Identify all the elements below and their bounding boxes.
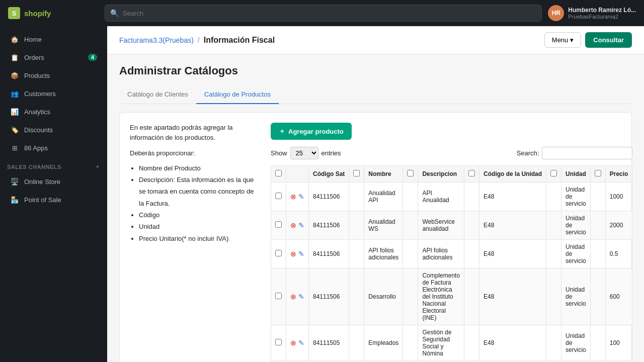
breadcrumb-current: Información Fiscal: [204, 36, 275, 45]
search-bar[interactable]: 🔍: [105, 5, 542, 22]
sidebar-item-customers[interactable]: 👥 Customers: [3, 85, 104, 102]
add-channel-icon[interactable]: ＋: [95, 163, 101, 170]
edit-icon[interactable]: ✎: [298, 339, 304, 347]
row-check6: [590, 183, 605, 211]
sidebar-item-home[interactable]: 🏠 Home: [3, 31, 104, 48]
menu-button[interactable]: Menu ▾: [544, 32, 582, 48]
user-subtitle: PruebasFacturama2: [568, 14, 636, 20]
row-codigo-unidad: E48: [479, 183, 546, 211]
table-row: ⊗ ✎ 84111506 Desarrollo Complemento de F…: [271, 268, 632, 325]
row-codigo-unidad: E48: [479, 240, 546, 268]
row-checkbox-0[interactable]: [275, 193, 282, 199]
delete-icon[interactable]: ⊗: [290, 293, 296, 301]
row-checkbox-4[interactable]: [275, 339, 282, 345]
table-row: ⊗ ✎ 84111506 API folios adicionales API …: [271, 240, 632, 268]
row-actions-cell: ⊗ ✎: [286, 240, 309, 268]
top-navigation: S shopify 🔍 HR Humberto Ramírez Ló... Pr…: [0, 0, 644, 26]
row-unidad: Unidad de servicio: [561, 183, 591, 211]
th-check-codigo: [464, 166, 479, 183]
check-codigo-checkbox[interactable]: [468, 170, 475, 176]
th-nombre: Nombre: [364, 166, 403, 183]
check-unidad-checkbox[interactable]: [550, 170, 557, 176]
row-descripcion: API Anualidad: [418, 183, 464, 211]
row-check4: [464, 325, 479, 361]
user-info: Humberto Ramírez Ló... PruebasFacturama2: [568, 7, 636, 20]
check-nombre-checkbox[interactable]: [353, 170, 360, 176]
row-check6: [590, 240, 605, 268]
row-check-cell: [271, 325, 286, 361]
menu-button-label: Menu: [552, 36, 569, 44]
row-descripcion: WebService anualidad: [418, 211, 464, 240]
row-precio: 100: [605, 325, 632, 361]
row-check2: [349, 268, 364, 325]
info-list: Nombre del Producto Descripción: Esta in…: [130, 162, 261, 245]
row-precio: 1000: [605, 183, 632, 211]
entries-select[interactable]: 25 50 100: [290, 147, 318, 159]
sidebar-item-orders[interactable]: 📋 Orders 4: [3, 49, 104, 66]
shopify-logo[interactable]: S shopify: [8, 7, 99, 19]
table-search-input[interactable]: [542, 147, 632, 159]
table-controls: Show 25 50 100 entries Search:: [271, 147, 632, 159]
search-icon: 🔍: [110, 9, 119, 17]
check-desc-checkbox[interactable]: [407, 170, 414, 176]
th-actions: [286, 166, 309, 183]
breadcrumb: Facturama3.3(Pruebas) / Información Fisc…: [119, 36, 275, 45]
row-check3: [403, 183, 418, 211]
breadcrumb-bar: Facturama3.3(Pruebas) / Información Fisc…: [107, 26, 644, 54]
breadcrumb-link[interactable]: Facturama3.3(Pruebas): [119, 36, 194, 44]
add-product-button[interactable]: ＋ Agregar producto: [271, 123, 352, 140]
orders-icon: 📋: [10, 53, 19, 62]
delete-icon[interactable]: ⊗: [290, 250, 296, 258]
shopify-logo-icon: S: [8, 7, 20, 19]
row-checkbox-3[interactable]: [275, 293, 282, 299]
edit-icon[interactable]: ✎: [298, 221, 304, 229]
consultar-button[interactable]: Consultar: [585, 32, 632, 48]
row-checkbox-1[interactable]: [275, 221, 282, 228]
apps-icon: ⊞: [10, 143, 19, 152]
sidebar-item-analytics[interactable]: 📊 Analytics: [3, 103, 104, 120]
row-checkbox-2[interactable]: [275, 250, 282, 256]
row-actions-cell: ⊗ ✎: [286, 325, 309, 361]
search-input[interactable]: [123, 10, 536, 17]
check-all-checkbox[interactable]: [275, 170, 282, 176]
row-codigo-sat: 84111506: [309, 268, 349, 325]
requires-label: Deberás proporcionar:: [130, 148, 261, 158]
delete-icon[interactable]: ⊗: [290, 339, 296, 347]
plus-icon: ＋: [279, 127, 285, 136]
sidebar-item-apps[interactable]: ⊞ 86 Apps: [3, 139, 104, 156]
user-menu[interactable]: HR Humberto Ramírez Ló... PruebasFactura…: [548, 5, 636, 21]
search-label: Search:: [517, 149, 539, 157]
th-check-all: [271, 166, 286, 183]
row-codigo-unidad: E48: [479, 268, 546, 325]
tab-clientes[interactable]: Catálogo de Clientes: [119, 85, 196, 104]
delete-icon[interactable]: ⊗: [290, 193, 296, 201]
row-precio: 0.5: [605, 240, 632, 268]
chevron-down-icon: ▾: [570, 36, 574, 44]
sidebar-item-discounts[interactable]: 🏷️ Discounts: [3, 121, 104, 138]
sidebar-item-point-of-sale[interactable]: 🏪 Point of Sale: [3, 191, 104, 208]
row-check3: [403, 240, 418, 268]
table-row: ⊗ ✎ 84111506 Anualidad API API Anualidad…: [271, 183, 632, 211]
sidebar-label-point-of-sale: Point of Sale: [24, 196, 61, 204]
avatar: HR: [548, 5, 564, 21]
row-actions-cell: ⊗ ✎: [286, 211, 309, 240]
entries-label: entries: [321, 149, 341, 157]
customers-icon: 👥: [10, 89, 19, 98]
row-check-cell: [271, 211, 286, 240]
tab-productos[interactable]: Catálogo de Productos: [196, 85, 279, 104]
check-precio-checkbox[interactable]: [595, 170, 601, 176]
sidebar-item-products[interactable]: 📦 Products: [3, 67, 104, 84]
edit-icon[interactable]: ✎: [298, 193, 304, 201]
list-item: Código: [139, 209, 261, 221]
edit-icon[interactable]: ✎: [298, 293, 304, 301]
row-check5: [546, 183, 561, 211]
row-check3: [403, 268, 418, 325]
consultar-button-label: Consultar: [593, 36, 624, 44]
edit-icon[interactable]: ✎: [298, 250, 304, 258]
sidebar-item-online-store[interactable]: 🖥️ Online Store: [3, 173, 104, 190]
row-check4: [464, 183, 479, 211]
delete-icon[interactable]: ⊗: [290, 221, 296, 229]
page-title: Administrar Catálogos: [119, 64, 632, 77]
row-check3: [403, 325, 418, 361]
page-content: Administrar Catálogos Catálogo de Client…: [107, 54, 644, 362]
